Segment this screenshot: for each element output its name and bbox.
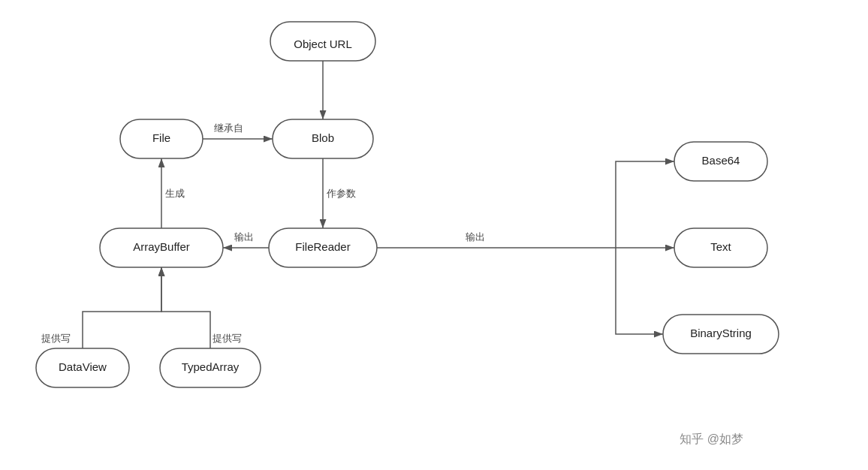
label-dataview-write: 提供写 bbox=[41, 333, 71, 344]
label-typedarray: TypedArray bbox=[182, 360, 240, 373]
label-arraybuffer: ArrayBuffer bbox=[133, 240, 190, 253]
watermark: 知乎 @如梦 bbox=[680, 432, 743, 445]
label-generate: 生成 bbox=[165, 188, 185, 199]
label-object-url: Object URL bbox=[294, 38, 352, 50]
label-param: 作参数 bbox=[326, 188, 356, 199]
label-text: Text bbox=[710, 240, 731, 253]
label-base64: Base64 bbox=[702, 154, 740, 167]
label-dataview: DataView bbox=[59, 360, 107, 373]
label-blob: Blob bbox=[312, 131, 334, 144]
label-typedarray-write: 提供写 bbox=[212, 333, 242, 344]
label-filereader: FileReader bbox=[295, 240, 350, 253]
label-output-left: 输出 bbox=[234, 231, 254, 243]
label-file: File bbox=[152, 131, 170, 144]
label-binarystring: BinaryString bbox=[690, 327, 752, 339]
edge-typedarray-arraybuffer bbox=[161, 267, 210, 348]
diagram-container: 继承自 作参数 输出 生成 提供写 提供写 输出 Object URL File… bbox=[0, 0, 868, 470]
edge-to-binarystring bbox=[616, 248, 663, 334]
edge-dataview-arraybuffer bbox=[83, 267, 161, 348]
label-inherits: 继承自 bbox=[214, 122, 243, 134]
edge-to-base64 bbox=[616, 161, 674, 248]
label-output-right: 输出 bbox=[466, 231, 485, 243]
